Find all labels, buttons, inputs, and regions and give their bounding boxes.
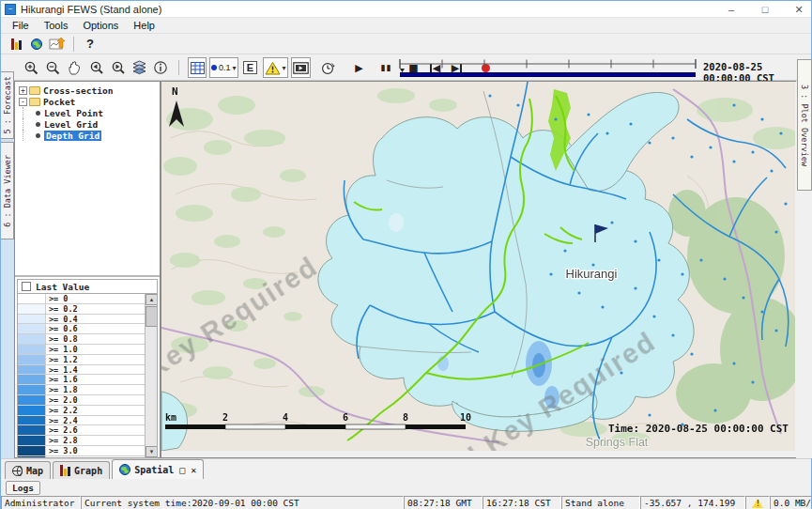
tab-map[interactable]: Map (5, 461, 51, 479)
app-icon: ~ (5, 4, 16, 15)
menu-file[interactable]: File (5, 19, 37, 32)
zoom-previous-button[interactable] (86, 57, 105, 78)
info-button[interactable] (151, 57, 170, 78)
animation-panel-button[interactable] (291, 57, 311, 78)
map-toolbar: 0.1 ▾ E ▾ ▶ ▮▮ ■ ◀ ▶ (1, 54, 811, 81)
legend-row[interactable]: >= 3.0 (18, 446, 157, 456)
close-button[interactable]: ✕ (792, 4, 805, 16)
expand-icon[interactable]: + (19, 86, 27, 95)
tree-item-pocket[interactable]: - Pocket (19, 96, 160, 107)
tree-item-label: Level Point (44, 108, 103, 118)
legend-color-swatch (18, 334, 46, 344)
legend-row[interactable]: >= 1.0 (18, 345, 157, 355)
legend-color-swatch (18, 294, 46, 303)
tree-item-cross-section[interactable]: + Cross-section (19, 85, 160, 96)
folder-icon (29, 86, 40, 95)
tab-close-icon[interactable]: ✕ (191, 465, 196, 475)
timeline-slider[interactable] (398, 57, 697, 80)
legend-color-swatch (18, 395, 46, 405)
legend-row[interactable]: >= 0.4 (18, 315, 157, 325)
legend-row[interactable]: >= 0 (18, 294, 157, 304)
tree-item-level-point[interactable]: Level Point (19, 107, 160, 118)
tab-graph[interactable]: Graph (53, 461, 110, 479)
globe-wireframe-icon (12, 466, 23, 476)
status-warning[interactable] (745, 496, 770, 509)
tab-forecast[interactable]: 5 : Forecast (1, 71, 14, 139)
town-label: Hikurangi (566, 267, 618, 281)
status-coordinates: -35.657 , 174.199 (640, 496, 745, 509)
tree-item-level-grid[interactable]: Level Grid (19, 118, 160, 130)
collapse-icon[interactable]: - (19, 98, 27, 106)
menu-bar: File Tools Options Help (1, 18, 811, 34)
legend-color-swatch (18, 425, 46, 435)
spatial-display-icon[interactable] (47, 35, 68, 54)
legend-row[interactable]: >= 0.6 (18, 324, 157, 334)
minimize-button[interactable]: – (725, 4, 738, 15)
menu-help[interactable]: Help (126, 19, 162, 32)
zoom-in-button[interactable] (22, 57, 40, 78)
warning-dropdown[interactable]: ▾ (263, 57, 288, 78)
labels-button[interactable]: E (241, 57, 260, 78)
scroll-down-icon[interactable]: ▼ (146, 446, 158, 457)
logs-tab[interactable]: Logs (6, 481, 40, 495)
tree-item-depth-grid[interactable]: Depth Grid (19, 130, 160, 141)
last-value-checkbox[interactable] (22, 282, 31, 291)
legend-color-swatch (18, 375, 46, 384)
legend-row[interactable]: >= 2.6 (18, 425, 157, 436)
tab-maximize-icon[interactable]: □ (179, 465, 185, 475)
status-local-time: 16:27:18 CST (483, 496, 561, 509)
grid-display-icon[interactable] (6, 35, 26, 54)
legend-scrollbar[interactable]: ▲ ▼ (145, 294, 157, 457)
tab-data-viewer[interactable]: 6 : Data Viewer (1, 142, 14, 239)
status-gmt-time: 08:27:18 GMT (404, 496, 483, 509)
zoom-next-button[interactable] (108, 57, 127, 78)
svg-text:4: 4 (283, 412, 288, 423)
legend-row[interactable]: >= 2.8 (18, 436, 157, 446)
interval-dropdown[interactable]: 0.1 ▾ (209, 57, 238, 78)
tree-item-label: Cross-section (43, 85, 113, 96)
legend-color-swatch (18, 345, 46, 354)
help-icon[interactable]: ? (80, 35, 100, 54)
zoom-out-button[interactable] (43, 57, 62, 78)
data-viewer-panel: + Cross-section - Pocket Level Point Lev… (14, 81, 161, 458)
window-title: Hikurangi FEWS (Stand alone) (21, 4, 161, 15)
legend-color-swatch (18, 406, 46, 415)
warning-icon (752, 499, 763, 508)
tab-plot-overview[interactable]: 3 : Plot Overview (797, 59, 812, 191)
legend-row[interactable]: >= 0.2 (18, 304, 157, 315)
tree-item-label-selected: Depth Grid (44, 131, 101, 141)
scroll-up-icon[interactable]: ▲ (146, 294, 158, 305)
legend-row[interactable]: >= 1.8 (18, 385, 157, 395)
status-user: Administrator (1, 496, 81, 509)
tab-spatial[interactable]: Spatial □ ✕ (112, 459, 204, 479)
grid-button[interactable] (188, 57, 207, 78)
map-time-label: Time: 2020-08-25 00:00:00 CST (608, 423, 789, 435)
filter-tree: + Cross-section - Pocket Level Point Lev… (15, 82, 160, 275)
menu-tools[interactable]: Tools (37, 19, 76, 32)
menu-options[interactable]: Options (75, 19, 126, 32)
svg-text:10: 10 (460, 412, 471, 423)
pause-button[interactable]: ▮▮ (377, 57, 396, 78)
timer-button[interactable] (319, 57, 338, 78)
app-window: ~ Hikurangi FEWS (Stand alone) – □ ✕ Fil… (0, 0, 812, 509)
layers-button[interactable] (130, 57, 148, 78)
legend-row[interactable]: >= 0.8 (18, 334, 157, 345)
folder-icon (29, 98, 40, 106)
legend-row[interactable]: >= 1.2 (18, 355, 157, 365)
pan-button[interactable] (65, 57, 84, 78)
legend-list: >= 0 >= 0.2 >= 0.4 >= 0.6 >= 0.8 >= 1.0 … (17, 293, 158, 458)
legend-row[interactable]: >= 1.4 (18, 365, 157, 376)
legend-row[interactable]: >= 1.6 (18, 375, 157, 385)
last-value-label: Last Value (36, 282, 89, 292)
legend-row[interactable]: >= 2.0 (18, 395, 157, 406)
play-button[interactable]: ▶ (350, 57, 369, 78)
scroll-thumb[interactable] (146, 306, 158, 327)
main-toolbar: ? (1, 34, 811, 54)
map-canvas[interactable]: API Key Required API Key Required Hikura… (161, 81, 796, 458)
map-display-icon[interactable] (26, 35, 47, 54)
node-bullet-icon (36, 122, 40, 127)
tree-item-label: Pocket (43, 97, 75, 107)
legend-row[interactable]: >= 2.2 (18, 406, 157, 416)
maximize-button[interactable]: □ (758, 4, 772, 15)
legend-row[interactable]: >= 2.4 (18, 416, 157, 426)
